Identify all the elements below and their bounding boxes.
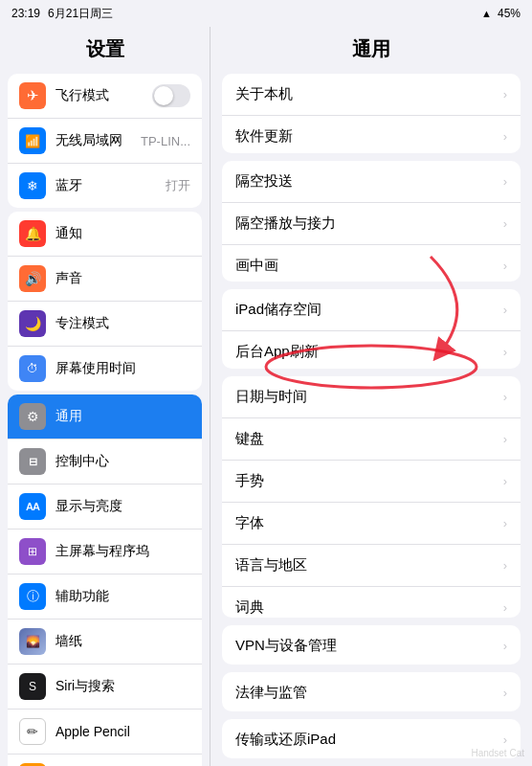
right-section-transfer: 传输或还原iPad › (222, 719, 521, 758)
bluetooth-label: 蓝牙 (55, 177, 166, 194)
focus-icon: 🌙 (19, 310, 46, 337)
applepencil-icon: ✏ (19, 718, 46, 745)
right-item-airplay[interactable]: 隔空播放与接力 › (222, 203, 521, 245)
software-chevron: › (503, 129, 507, 144)
wifi-icon-item: 📶 (19, 127, 46, 154)
sidebar-item-screentime[interactable]: ⏱ 屏幕使用时间 (8, 347, 202, 391)
right-item-bgapp[interactable]: 后台App刷新 › (222, 331, 521, 369)
right-item-dictionary[interactable]: 词典 › (222, 587, 521, 618)
general-label: 通用 (55, 408, 190, 425)
screentime-icon: ⏱ (19, 355, 46, 382)
font-label: 字体 (235, 514, 503, 532)
sidebar-section-general: ⚙ 通用 ⊟ 控制中心 AA 显示与亮度 ⊞ 主屏幕与程序坞 ⓘ 辅助功能 (8, 394, 202, 766)
right-item-software[interactable]: 软件更新 › (222, 116, 521, 153)
right-section-vpn: VPN与设备管理 › (222, 625, 521, 665)
applepencil-label: Apple Pencil (55, 724, 190, 739)
pip-chevron: › (503, 259, 507, 273)
right-item-airdrop[interactable]: 隔空投送 › (222, 161, 521, 203)
notification-label: 通知 (55, 225, 190, 242)
sidebar-item-homescreen[interactable]: ⊞ 主屏幕与程序坞 (8, 529, 202, 574)
storage-chevron: › (503, 303, 507, 317)
wifi-value: TP-LIN... (141, 134, 190, 148)
sidebar-item-general[interactable]: ⚙ 通用 (8, 394, 202, 439)
sidebar-item-siri[interactable]: S Siri与搜索 (8, 665, 202, 710)
wifi-icon: ▲ (481, 8, 492, 19)
sidebar-item-notification[interactable]: 🔔 通知 (8, 212, 202, 257)
right-item-language[interactable]: 语言与地区 › (222, 545, 521, 587)
airplay-chevron: › (503, 216, 507, 231)
sidebar-item-display[interactable]: AA 显示与亮度 (8, 484, 202, 529)
sound-icon: 🔊 (19, 265, 46, 292)
bgapp-chevron: › (503, 345, 507, 359)
datetime-chevron: › (503, 390, 507, 404)
keyboard-label: 键盘 (235, 430, 503, 448)
right-item-font[interactable]: 字体 › (222, 503, 521, 545)
sidebar-item-wallpaper[interactable]: 🌄 墙纸 (8, 620, 202, 665)
control-label: 控制中心 (55, 453, 190, 470)
right-item-keyboard[interactable]: 键盘 › (222, 418, 521, 461)
wallpaper-label: 墙纸 (55, 633, 190, 650)
homescreen-icon: ⊞ (19, 538, 46, 565)
airplane-toggle[interactable] (152, 84, 190, 107)
sidebar-item-bluetooth[interactable]: ❄ 蓝牙 打开 (8, 164, 202, 208)
about-label: 关于本机 (235, 85, 503, 103)
sidebar-title: 设置 (0, 27, 210, 70)
general-icon: ⚙ (19, 403, 46, 430)
date: 6月21日周三 (48, 6, 113, 22)
language-chevron: › (503, 558, 507, 573)
right-section-info: 关于本机 › 软件更新 › (222, 74, 521, 153)
airdrop-label: 隔空投送 (235, 172, 503, 191)
right-item-transfer[interactable]: 传输或还原iPad › (222, 719, 521, 758)
accessibility-label: 辅助功能 (55, 588, 190, 605)
bgapp-label: 后台App刷新 (235, 343, 503, 361)
battery-text: 45% (498, 7, 521, 20)
legal-chevron: › (503, 686, 507, 700)
sidebar-item-airplane[interactable]: ✈ 飞行模式 (8, 74, 202, 119)
right-item-storage[interactable]: iPad储存空间 › (222, 289, 521, 331)
sidebar-item-focus[interactable]: 🌙 专注模式 (8, 302, 202, 347)
screentime-label: 屏幕使用时间 (55, 360, 190, 377)
right-item-pip[interactable]: 画中画 › (222, 245, 521, 281)
notification-icon: 🔔 (19, 220, 46, 247)
siri-label: Siri与搜索 (55, 678, 190, 695)
time: 23:19 (11, 7, 40, 20)
font-chevron: › (503, 516, 507, 530)
right-item-about[interactable]: 关于本机 › (222, 74, 521, 116)
gesture-chevron: › (503, 474, 507, 488)
right-section-locale: 日期与时间 › 键盘 › 手势 › 字体 › 语言与地区 › 词典 › (222, 376, 521, 618)
homescreen-label: 主屏幕与程序坞 (55, 543, 190, 560)
vpn-chevron: › (503, 639, 507, 653)
software-label: 软件更新 (235, 127, 503, 146)
about-chevron: › (503, 87, 507, 101)
status-bar: 23:19 6月21日周三 ▲ 45% (0, 0, 532, 27)
sidebar: 设置 ✈ 飞行模式 📶 无线局域网 TP-LIN... ❄ 蓝牙 打开 (0, 27, 211, 766)
sidebar-item-applepencil[interactable]: ✏ Apple Pencil (8, 710, 202, 755)
wifi-label: 无线局域网 (55, 132, 141, 149)
right-panel: 通用 关于本机 › 软件更新 › 隔空投送 › 隔空播放与接力 › 画中画 (211, 27, 532, 766)
airdrop-chevron: › (503, 174, 507, 189)
sidebar-item-sound[interactable]: 🔊 声音 (8, 257, 202, 302)
airplane-icon: ✈ (19, 82, 46, 109)
sidebar-section-connectivity: ✈ 飞行模式 📶 无线局域网 TP-LIN... ❄ 蓝牙 打开 (8, 74, 202, 208)
dictionary-label: 词典 (235, 598, 503, 617)
right-item-datetime[interactable]: 日期与时间 › (222, 376, 521, 418)
sound-label: 声音 (55, 270, 190, 287)
sidebar-item-wifi[interactable]: 📶 无线局域网 TP-LIN... (8, 119, 202, 164)
dictionary-chevron: › (503, 600, 507, 615)
right-item-vpn[interactable]: VPN与设备管理 › (222, 625, 521, 665)
sidebar-item-touchid[interactable]: ☁ 触控ID与密码 (8, 755, 202, 766)
language-label: 语言与地区 (235, 556, 503, 574)
accessibility-icon: ⓘ (19, 583, 46, 610)
bluetooth-icon: ❄ (19, 172, 46, 199)
right-item-legal[interactable]: 法律与监管 › (222, 672, 521, 711)
sidebar-item-control[interactable]: ⊟ 控制中心 (8, 439, 202, 484)
datetime-label: 日期与时间 (235, 388, 503, 406)
vpn-label: VPN与设备管理 (235, 637, 503, 655)
right-item-gesture[interactable]: 手势 › (222, 461, 521, 503)
bluetooth-value: 打开 (166, 177, 190, 194)
sidebar-item-accessibility[interactable]: ⓘ 辅助功能 (8, 574, 202, 620)
wallpaper-icon: 🌄 (19, 628, 46, 655)
right-section-storage: iPad储存空间 › 后台App刷新 › (222, 289, 521, 369)
right-panel-title: 通用 (211, 27, 532, 70)
airplane-label: 飞行模式 (55, 87, 152, 104)
